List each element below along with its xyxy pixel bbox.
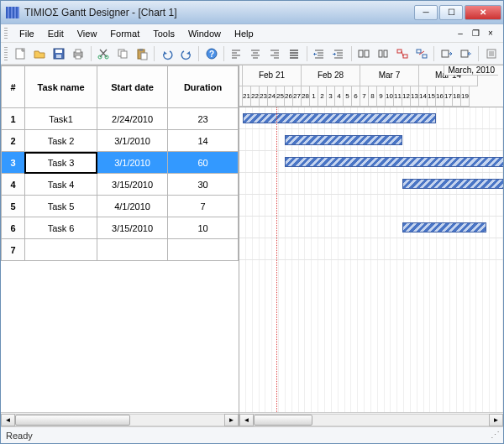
gripper-icon[interactable]: [4, 28, 8, 39]
scroll-left-icon[interactable]: ◄: [1, 414, 15, 426]
start-cell[interactable]: 3/15/2010: [97, 174, 168, 196]
justify-button[interactable]: [286, 44, 303, 63]
col-task[interactable]: Task name: [24, 66, 97, 108]
menu-file[interactable]: File: [13, 27, 41, 40]
scroll-left-icon[interactable]: ◄: [239, 414, 254, 426]
col-duration[interactable]: Duration: [168, 66, 239, 108]
duration-cell[interactable]: 60: [168, 152, 239, 174]
duration-cell[interactable]: [168, 239, 239, 261]
zoom-in-button[interactable]: [355, 44, 373, 63]
paste-button[interactable]: [133, 44, 150, 63]
mdi-restore-icon[interactable]: ❐: [470, 28, 481, 39]
gantt-bar[interactable]: [285, 157, 503, 167]
duration-cell[interactable]: 23: [168, 108, 239, 130]
link-button[interactable]: [393, 44, 411, 63]
start-cell[interactable]: [97, 239, 168, 261]
titlebar[interactable]: ΤΙΜΙΟΣ Gantt Designer - [Chart 1] ─ ☐ ✕: [1, 1, 503, 24]
close-button[interactable]: ✕: [465, 5, 501, 20]
gantt-body[interactable]: [239, 107, 503, 412]
open-button[interactable]: [31, 44, 49, 63]
resize-grip-icon[interactable]: ⋰: [491, 430, 498, 441]
minimize-button[interactable]: ─: [414, 5, 438, 20]
table-row[interactable]: 2Task 23/1/201014: [2, 130, 239, 152]
unlink-button[interactable]: [412, 44, 430, 63]
undo-button[interactable]: [158, 44, 176, 63]
maximize-button[interactable]: ☐: [439, 5, 463, 20]
row-number[interactable]: 3: [2, 152, 25, 174]
row-number[interactable]: 2: [2, 130, 25, 152]
mdi-minimize-icon[interactable]: –: [454, 28, 466, 39]
gantt-row[interactable]: [239, 238, 503, 260]
gantt-bar[interactable]: [243, 113, 436, 123]
name-cell[interactable]: [24, 239, 97, 261]
gantt-row[interactable]: [239, 129, 503, 151]
gantt-bar[interactable]: [285, 135, 402, 145]
start-cell[interactable]: 3/1/2010: [97, 152, 168, 174]
table-row[interactable]: 6Task 63/15/201010: [2, 217, 239, 239]
menu-edit[interactable]: Edit: [41, 27, 71, 40]
redo-button[interactable]: [177, 44, 195, 63]
align-right-button[interactable]: [266, 44, 284, 63]
start-cell[interactable]: 2/24/2010: [97, 108, 168, 130]
cut-button[interactable]: [94, 44, 112, 63]
task-grid[interactable]: # Task name Start date Duration 1Task12/…: [1, 65, 239, 261]
options-button[interactable]: [482, 44, 500, 63]
name-cell[interactable]: Task 5: [24, 196, 97, 217]
menu-help[interactable]: Help: [228, 27, 260, 40]
duration-cell[interactable]: 7: [168, 196, 239, 217]
align-center-button[interactable]: [247, 44, 265, 63]
goto-task-button[interactable]: [438, 44, 455, 63]
name-cell[interactable]: Task 6: [24, 217, 97, 239]
name-cell[interactable]: Task 3: [24, 152, 97, 174]
menu-tools[interactable]: Tools: [146, 27, 181, 40]
gantt-row[interactable]: [239, 151, 503, 173]
table-row[interactable]: 5Task 54/1/20107: [2, 196, 239, 217]
row-number[interactable]: 4: [2, 174, 25, 196]
start-cell[interactable]: 3/1/2010: [97, 130, 168, 152]
menu-view[interactable]: View: [71, 27, 104, 40]
menu-window[interactable]: Window: [181, 27, 228, 40]
align-left-button[interactable]: [228, 44, 245, 63]
gantt-row[interactable]: [239, 195, 503, 217]
scroll-right-icon[interactable]: ►: [489, 414, 503, 426]
table-row[interactable]: 4Task 43/15/201030: [2, 174, 239, 196]
gantt-row[interactable]: [239, 173, 503, 195]
left-scrollbar[interactable]: ◄ ►: [1, 412, 239, 426]
save-button[interactable]: [50, 44, 68, 63]
toolbar-gripper-icon[interactable]: [4, 47, 8, 60]
indent-left-button[interactable]: [311, 44, 328, 63]
duration-cell[interactable]: 30: [168, 174, 239, 196]
gantt-header: Feb 21Feb 28Mar 7Mar 14 2122232425262728…: [239, 65, 503, 107]
help-button[interactable]: ?: [202, 44, 220, 63]
table-row[interactable]: 3Task 33/1/201060: [2, 152, 239, 174]
new-button[interactable]: [12, 44, 29, 63]
start-cell[interactable]: 4/1/2010: [97, 196, 168, 217]
row-number[interactable]: 5: [2, 196, 25, 217]
indent-right-button[interactable]: [330, 44, 348, 63]
name-cell[interactable]: Task 2: [24, 130, 97, 152]
col-start[interactable]: Start date: [97, 66, 168, 108]
name-cell[interactable]: Task1: [24, 108, 97, 130]
gantt-row[interactable]: [239, 217, 503, 238]
duration-cell[interactable]: 10: [168, 217, 239, 239]
gantt-bar[interactable]: [402, 179, 503, 189]
col-num[interactable]: #: [2, 66, 25, 108]
copy-button[interactable]: [113, 44, 131, 63]
right-scrollbar[interactable]: ◄ ►: [239, 412, 503, 426]
goto-date-button[interactable]: [457, 44, 475, 63]
menu-format[interactable]: Format: [103, 27, 146, 40]
row-number[interactable]: 1: [2, 108, 25, 130]
row-number[interactable]: 7: [2, 239, 25, 261]
table-row[interactable]: 1Task12/24/201023: [2, 108, 239, 130]
gantt-row[interactable]: [239, 107, 503, 129]
table-row[interactable]: 7: [2, 239, 239, 261]
mdi-close-icon[interactable]: ×: [485, 28, 496, 39]
print-button[interactable]: [70, 44, 87, 63]
name-cell[interactable]: Task 4: [24, 174, 97, 196]
start-cell[interactable]: 3/15/2010: [97, 217, 168, 239]
gantt-bar[interactable]: [402, 222, 486, 232]
scroll-right-icon[interactable]: ►: [224, 414, 239, 426]
row-number[interactable]: 6: [2, 217, 25, 239]
zoom-out-button[interactable]: [374, 44, 391, 63]
duration-cell[interactable]: 14: [168, 130, 239, 152]
